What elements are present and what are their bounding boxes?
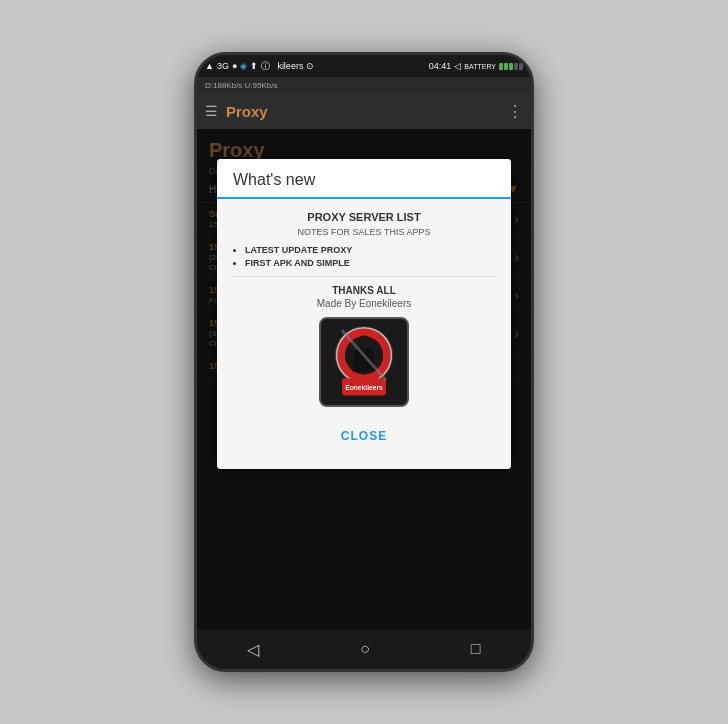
wifi-icon: ● bbox=[232, 61, 237, 71]
eonekileers-logo: Eonekileers bbox=[319, 317, 409, 407]
status-right: 04:41 ◁ BATTERY bbox=[429, 61, 523, 71]
battery-label: BATTERY bbox=[464, 63, 496, 70]
bullet-item-2: FIRST APK AND SIMPLE bbox=[245, 258, 495, 268]
signal-label: 3G bbox=[217, 61, 229, 71]
home-button[interactable]: ○ bbox=[360, 640, 370, 658]
network-bar: D:188Kb/s U:95Kb/s bbox=[197, 77, 531, 93]
battery-bar-5 bbox=[519, 63, 523, 70]
bullet-item-1: LATEST UPDATE PROXY bbox=[245, 245, 495, 255]
dialog-title-bar: What's new bbox=[217, 159, 511, 199]
svg-rect-5 bbox=[353, 340, 374, 343]
usb-icon: ⬆ bbox=[250, 61, 258, 71]
signal-icon: ▲ bbox=[205, 61, 214, 71]
dialog-section-title: PROXY SERVER LIST bbox=[233, 211, 495, 223]
nav-bar: ◁ ○ □ bbox=[197, 629, 531, 669]
info-icon: ⓘ bbox=[261, 60, 270, 73]
dialog-made-by: Made By Eonekileers bbox=[233, 298, 495, 309]
battery-bar-1 bbox=[499, 63, 503, 70]
back-button[interactable]: ◁ bbox=[247, 640, 259, 659]
app-bar: ☰ Proxy ⋮ bbox=[197, 93, 531, 129]
more-options-icon[interactable]: ⋮ bbox=[507, 102, 523, 121]
close-button[interactable]: CLOSE bbox=[325, 425, 403, 447]
logo-container: Eonekileers bbox=[233, 317, 495, 407]
svg-text:Eonekileers: Eonekileers bbox=[345, 384, 383, 391]
volume-icon: ◁ bbox=[454, 61, 461, 71]
dialog-bullet-list: LATEST UPDATE PROXY FIRST APK AND SIMPLE bbox=[245, 245, 495, 268]
battery-indicator bbox=[499, 63, 523, 70]
dialog-divider bbox=[233, 276, 495, 277]
dialog-subtitle: NOTES FOR SALES THIS APPS bbox=[233, 227, 495, 237]
battery-bar-2 bbox=[504, 63, 508, 70]
battery-bar-4 bbox=[514, 63, 518, 70]
status-left: ▲ 3G ● ◈ ⬆ ⓘ kileers ⊙ bbox=[205, 60, 314, 73]
username: kileers bbox=[277, 61, 303, 71]
close-button-container: CLOSE bbox=[233, 417, 495, 457]
app-title: Proxy bbox=[226, 103, 507, 120]
network-speeds: D:188Kb/s U:95Kb/s bbox=[205, 81, 277, 90]
recents-button[interactable]: □ bbox=[471, 640, 481, 658]
battery-bar-3 bbox=[509, 63, 513, 70]
dialog-body: PROXY SERVER LIST NOTES FOR SALES THIS A… bbox=[217, 199, 511, 469]
dialog-thanks: THANKS ALL bbox=[233, 285, 495, 296]
status-bar: ▲ 3G ● ◈ ⬆ ⓘ kileers ⊙ 04:41 ◁ BATTERY bbox=[197, 55, 531, 77]
phone-frame: ▲ 3G ● ◈ ⬆ ⓘ kileers ⊙ 04:41 ◁ BATTERY D… bbox=[194, 52, 534, 672]
rss-icon: ◈ bbox=[240, 61, 247, 71]
logo-svg: Eonekileers bbox=[321, 319, 407, 405]
hamburger-icon[interactable]: ☰ bbox=[205, 103, 218, 119]
extra-icon: ⊙ bbox=[306, 61, 314, 71]
main-content: Proxy Daily Free P... Home ▼ Sunday, May… bbox=[197, 129, 531, 629]
whats-new-dialog: What's new PROXY SERVER LIST NOTES FOR S… bbox=[217, 159, 511, 469]
dialog-title: What's new bbox=[233, 171, 495, 189]
time: 04:41 bbox=[429, 61, 452, 71]
